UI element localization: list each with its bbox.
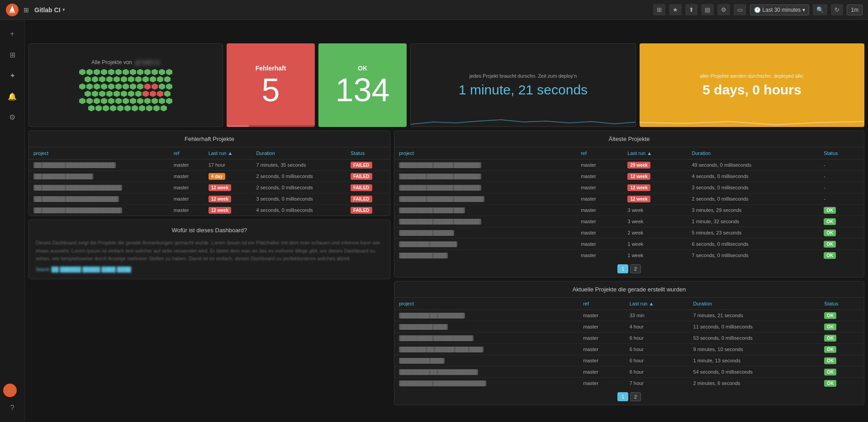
hex-cell	[86, 98, 93, 104]
project-cell: █████████ ██ ████████	[394, 310, 579, 321]
share-button[interactable]: ⬆	[685, 4, 697, 15]
lastrun-cell: 1 week	[623, 239, 687, 250]
ref-cell: master	[576, 227, 623, 239]
duration-cell: 7 minutes, 21 seconds	[689, 310, 820, 321]
status-cell: OK	[820, 333, 864, 344]
time-picker-caret: ▾	[802, 7, 805, 13]
project-cell: ██ ███████ █████████████████	[29, 205, 169, 216]
tv-button[interactable]: ▭	[734, 4, 746, 15]
app-logo[interactable]	[5, 3, 19, 17]
hex-cell	[86, 84, 93, 90]
hex-cell	[135, 76, 142, 83]
ref-cell: master	[576, 250, 623, 261]
hex-cell	[79, 98, 85, 104]
table-row: ██████████ ██████ ███ master 3 week 3 mi…	[394, 205, 864, 216]
hex-cell	[108, 98, 114, 104]
sidebar-item-help[interactable]: ?	[3, 399, 21, 417]
interval-selector[interactable]: 1m	[847, 5, 863, 15]
page-1-button[interactable]: 1	[617, 392, 628, 401]
sidebar-item-user[interactable]: G	[3, 384, 17, 397]
status-cell: FAILED	[346, 193, 390, 205]
ref-cell: master	[576, 193, 623, 205]
table-row: ██████████ ██████ ████████ master 3 week…	[394, 216, 864, 227]
project-cell: ████████ ████████ █████████	[394, 193, 576, 205]
project-cell: ██████████ ████	[394, 250, 576, 261]
settings-button[interactable]: ⚙	[717, 4, 730, 15]
ref-cell: master	[169, 159, 204, 171]
aktuelle-table: project ref Last run ▲ Duration Status █…	[394, 298, 864, 389]
hex-cell	[99, 91, 105, 97]
right-panel: Älteste Projekte project ref Last run ▲ …	[394, 131, 864, 409]
table-row: █████████ ████████ master 1 week 6 secon…	[394, 239, 864, 250]
sidebar-item-dashboards[interactable]: ⊞	[3, 46, 21, 64]
col-ref: ref	[576, 147, 623, 159]
hex-cell	[106, 76, 113, 83]
project-cell: █████████ ████	[394, 355, 579, 366]
project-cell: ██████████ ████	[394, 321, 579, 333]
star-button[interactable]: ★	[669, 4, 682, 15]
ref-cell: master	[576, 159, 623, 171]
ref-cell: master	[169, 193, 204, 205]
hex-cell	[92, 76, 98, 83]
lastrun-cell: 3 week	[623, 205, 687, 216]
hex-cell	[128, 91, 134, 97]
project-cell: ██████████ ████████████	[394, 333, 579, 344]
duration-cell: 4 seconds, 0 milliseconds	[251, 205, 346, 216]
project-cell: ██████████ ██████ ████████	[394, 216, 576, 227]
hex-cell	[94, 69, 100, 75]
playlist-button[interactable]: ▤	[701, 4, 714, 15]
hex-cell	[166, 69, 172, 75]
fehlerhaft-panel-header: Fehlerhaft Projekte	[29, 131, 390, 147]
top-navigation: ⊞ Gitlab CI ▾ ⊞ ★ ⬆ ▤ ⚙ ▭ 🕐 Last 30 minu…	[0, 0, 868, 20]
hex-cell	[88, 105, 95, 112]
lastrun-cell: 4 hour	[625, 321, 689, 333]
page-2-button[interactable]: 2	[630, 392, 641, 401]
duration-cell: 5 minutes, 23 seconds	[687, 227, 819, 239]
info-panel-link[interactable]: Stand: ██ ██████ █████ ████ ████	[36, 267, 383, 272]
hex-cell-failed	[150, 91, 156, 97]
hex-cell	[117, 105, 123, 112]
page-1-button[interactable]: 1	[617, 264, 628, 273]
project-cell: ██ ███████ █████████████████	[29, 182, 169, 193]
sidebar-item-settings[interactable]: ⚙	[3, 108, 21, 126]
page-2-button[interactable]: 2	[630, 264, 641, 273]
duration-cell: 7 seconds, 0 milliseconds	[687, 250, 819, 261]
search-button[interactable]: 🔍	[813, 4, 827, 15]
hex-cell	[137, 84, 143, 90]
sidebar-item-explore[interactable]: ✦	[3, 66, 21, 84]
sidebar-item-alerts[interactable]: 🔔	[3, 87, 21, 105]
hex-cell	[166, 98, 172, 104]
status-cell: -	[819, 159, 864, 171]
add-panel-button[interactable]: ⊞	[653, 4, 665, 15]
hex-cell	[101, 84, 107, 90]
ok-value: 134	[335, 74, 389, 106]
refresh-button[interactable]: ↻	[831, 4, 843, 15]
project-cell: ██████████ ██████	[394, 227, 576, 239]
ref-cell: master	[576, 205, 623, 216]
sidebar-item-add[interactable]: +	[3, 25, 21, 43]
table-row: ██████████ ████████████ master 6 hour 53…	[394, 333, 864, 344]
col-project: project	[394, 147, 576, 159]
col-project: project	[394, 298, 579, 310]
alteste-table: project ref Last run ▲ Duration Status █…	[394, 147, 864, 261]
grid-icon[interactable]: ⊞	[24, 6, 29, 14]
title-caret-icon[interactable]: ▾	[62, 7, 65, 13]
status-cell: OK	[819, 205, 864, 216]
col-duration: Duration	[689, 298, 820, 310]
hex-cell	[121, 76, 127, 83]
all-projects-card: Alle Projekte von gl.narkz.io	[28, 43, 223, 127]
project-cell: ██████████ ██████ ███	[394, 205, 576, 216]
hex-cell	[110, 105, 116, 112]
ref-cell: master	[576, 239, 623, 250]
table-row: █████████ ██ ████████ master 33 min 7 mi…	[394, 310, 864, 321]
table-row: ████████ ████████ █████████ master 12 we…	[394, 193, 864, 205]
hex-cell	[139, 105, 145, 112]
hex-cell	[132, 105, 138, 112]
project-cell: █████████ ██ ████████████	[394, 366, 579, 378]
time-range-picker[interactable]: 🕐 Last 30 minutes ▾	[750, 5, 810, 15]
col-status: Status	[820, 298, 864, 310]
fehlerhaft-value: 5	[261, 74, 280, 106]
alteste-panel-header: Älteste Projekte	[394, 131, 864, 147]
status-cell: OK	[819, 216, 864, 227]
table-row: ██████████ ██████ ████████ master 29 wee…	[394, 159, 864, 171]
